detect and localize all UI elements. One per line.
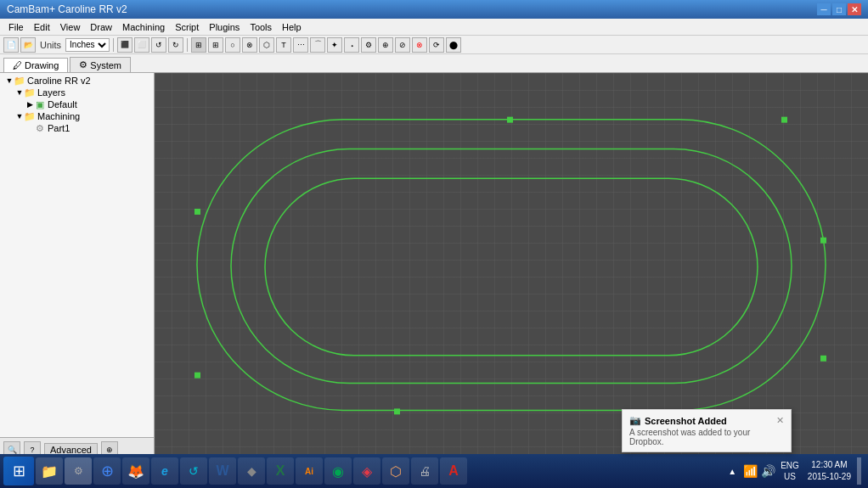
taskbar-ie[interactable]: e [151, 457, 178, 485]
language-display[interactable]: ENGUS [778, 460, 802, 482]
tray-network[interactable]: 📶 [742, 457, 758, 485]
tree-item-project[interactable]: ▼ 📁 Caroline RR v2 [2, 75, 152, 87]
tree-toggle-machining[interactable]: ▼ [15, 112, 24, 121]
tree-item-layers[interactable]: ▼ 📁 Layers [2, 87, 152, 98]
app-title: CamBam+ Caroline RR v2 [7, 3, 127, 15]
taskbar: ⊞ 📁 ⚙ ⊕ 🦊 e ↺ W ◆ X Ai ◉ ◈ ⬡ 🖨 A ▲ 📶 🔊 E… [0, 454, 868, 488]
tree-toggle-default[interactable]: ▶ [25, 100, 34, 109]
handle-top-right-area [781, 117, 787, 123]
toolbar-btn-1[interactable]: ⬛ [117, 37, 132, 53]
taskbar-excel[interactable]: X [267, 457, 294, 485]
close-button[interactable]: ✕ [848, 3, 861, 15]
taskbar-unknown1[interactable]: ↺ [180, 457, 207, 485]
taskbar-file-explorer[interactable]: 📁 [36, 457, 63, 485]
tree-label-default: Default [48, 99, 77, 109]
toolbar-draw-11[interactable]: ⚙ [361, 37, 376, 53]
menu-view[interactable]: View [55, 21, 86, 33]
tab-system-icon: ⚙ [79, 59, 87, 70]
taskbar-app2[interactable]: ◈ [353, 457, 380, 485]
start-button[interactable]: ⊞ [3, 457, 34, 485]
menu-help[interactable]: Help [277, 21, 307, 33]
menu-script[interactable]: Script [170, 21, 204, 33]
toolbar-draw-14[interactable]: ⊗ [412, 37, 427, 53]
taskbar-cambam[interactable]: ⚙ [65, 457, 92, 485]
shape-middle [231, 149, 792, 383]
taskbar-app3[interactable]: ⬡ [382, 457, 409, 485]
toolbar-separator-1 [113, 38, 114, 52]
menu-draw[interactable]: Draw [85, 21, 117, 33]
toolbar-draw-5[interactable]: ⬡ [259, 37, 274, 53]
taskbar-chrome[interactable]: ⊕ [93, 457, 121, 485]
machining-folder-icon: 📁 [24, 111, 36, 121]
default-layer-icon: ▣ [34, 99, 46, 109]
toolbar-draw-12[interactable]: ⊕ [378, 37, 393, 53]
menu-machining[interactable]: Machining [117, 21, 170, 33]
tree-toggle-layers[interactable]: ▼ [15, 88, 24, 97]
notification-close[interactable]: ✕ [776, 415, 784, 426]
toolbar-draw-9[interactable]: ✦ [327, 37, 342, 53]
maximize-button[interactable]: □ [832, 3, 846, 15]
clock-time: 12:30 AM [808, 459, 851, 471]
taskbar-word[interactable]: W [209, 457, 236, 485]
taskbar-firefox[interactable]: 🦊 [122, 457, 149, 485]
tab-system[interactable]: ⚙ System [70, 57, 131, 72]
part-icon: ⚙ [34, 123, 46, 133]
taskbar-illustrator[interactable]: Ai [296, 457, 323, 485]
main-area: ▼ 📁 Caroline RR v2 ▼ 📁 Layers ▶ ▣ Defaul… [0, 73, 868, 461]
menu-plugins[interactable]: Plugins [204, 21, 245, 33]
taskbar-acrobat[interactable]: A [440, 457, 467, 485]
toolbar-draw-2[interactable]: ⊞ [208, 37, 223, 53]
toolbar-btn-4[interactable]: ↻ [168, 37, 183, 53]
handle-left-bottom [194, 373, 200, 379]
minimize-button[interactable]: ─ [817, 3, 831, 15]
tree-item-default[interactable]: ▶ ▣ Default [2, 98, 152, 110]
toolbar: 📄 📂 Units Inches mm ⬛ ⬜ ↺ ↻ ⊞ ⊞ ○ ⊗ ⬡ T … [0, 36, 868, 54]
toolbar-draw-8[interactable]: ⌒ [310, 37, 325, 53]
tray-show-hidden[interactable]: ▲ [724, 457, 740, 485]
menu-file[interactable]: File [3, 21, 29, 33]
toolbar-btn-3[interactable]: ↺ [151, 37, 166, 53]
file-tree: ▼ 📁 Caroline RR v2 ▼ 📁 Layers ▶ ▣ Defaul… [0, 73, 154, 437]
toolbar-btn-2[interactable]: ⬜ [134, 37, 149, 53]
taskbar-printer[interactable]: 🖨 [411, 457, 438, 485]
menu-edit[interactable]: Edit [29, 21, 55, 33]
units-select[interactable]: Inches mm [65, 38, 110, 52]
tree-toggle-project[interactable]: ▼ [5, 76, 14, 85]
layers-folder-icon: 📁 [24, 87, 36, 98]
screenshot-notification: 📷 Screenshot Added ✕ A screenshot was ad… [622, 409, 792, 452]
tree-label-part1: Part1 [48, 123, 70, 133]
menu-tools[interactable]: Tools [245, 21, 277, 33]
handle-right-lower [820, 356, 826, 362]
taskbar-app1[interactable]: ◉ [324, 457, 352, 485]
notification-icon: 📷 [629, 415, 641, 426]
handle-bottom-left [394, 408, 400, 414]
titlebar-controls: ─ □ ✕ [817, 3, 861, 15]
toolbar-draw-13[interactable]: ⊘ [395, 37, 410, 53]
toolbar-draw-1[interactable]: ⊞ [191, 37, 206, 53]
toolbar-draw-4[interactable]: ⊗ [242, 37, 257, 53]
toolbar-draw-7[interactable]: ⋯ [293, 37, 308, 53]
toolbar-new[interactable]: 📄 [3, 37, 19, 53]
toolbar-draw-10[interactable]: ⬩ [344, 37, 359, 53]
tree-label-project: Caroline RR v2 [27, 76, 91, 86]
tree-item-machining[interactable]: ▼ 📁 Machining [2, 110, 152, 122]
tab-drawing[interactable]: 🖊 Drawing [3, 58, 68, 72]
canvas-area[interactable] [155, 73, 868, 461]
taskbar-unknown2[interactable]: ◆ [238, 457, 265, 485]
tab-drawing-label: Drawing [25, 60, 59, 70]
toolbar-draw-6[interactable]: T [276, 37, 291, 53]
clock-date: 2015-10-29 [808, 471, 851, 483]
clock-display[interactable]: 12:30 AM 2015-10-29 [804, 459, 854, 483]
toolbar-open[interactable]: 📂 [20, 37, 36, 53]
toolbar-draw-15[interactable]: ⟳ [429, 37, 444, 53]
tree-label-layers: Layers [37, 87, 65, 98]
tray-volume[interactable]: 🔊 [760, 457, 775, 485]
toolbar-draw-16[interactable]: ⬤ [446, 37, 461, 53]
notification-title: 📷 Screenshot Added [629, 415, 727, 426]
tree-item-part1[interactable]: ⚙ Part1 [2, 122, 152, 134]
titlebar: CamBam+ Caroline RR v2 ─ □ ✕ [0, 0, 868, 19]
sidebar: ▼ 📁 Caroline RR v2 ▼ 📁 Layers ▶ ▣ Defaul… [0, 73, 155, 461]
tree-toggle-part1[interactable] [25, 124, 34, 132]
tray-show-desktop[interactable] [857, 457, 861, 485]
toolbar-draw-3[interactable]: ○ [225, 37, 240, 53]
